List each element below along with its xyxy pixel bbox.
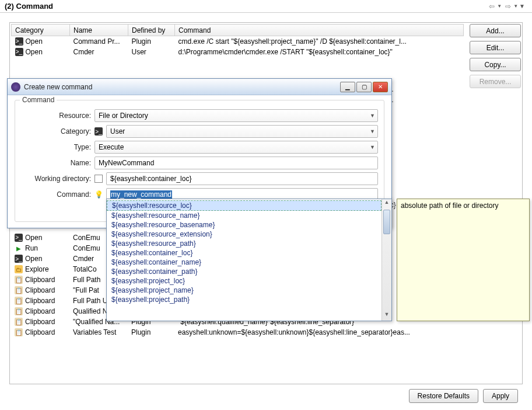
nav-forward-menu[interactable]: ▼ <box>513 4 518 9</box>
autocomplete-item[interactable]: ${easyshell:resource_basename} <box>107 220 382 230</box>
name-value: MyNewCommand <box>99 159 154 167</box>
cell-category: Open <box>26 48 43 56</box>
cell-category: Clipboard <box>25 297 55 305</box>
autocomplete-item[interactable]: ${easyshell:container_name} <box>107 258 382 267</box>
cell-category: Run <box>25 244 38 252</box>
run-icon: ▶ <box>15 244 23 252</box>
cell-name: Variables Test <box>69 327 128 338</box>
clip-icon: 📋 <box>15 328 23 336</box>
category-combo[interactable]: User▼ <box>106 125 378 138</box>
terminal-icon: >_ <box>15 255 23 263</box>
add-button[interactable]: Add... <box>470 24 521 37</box>
autocomplete-scrollbar[interactable]: ▲ ▼ <box>382 199 391 321</box>
table-row[interactable]: >_OpenCommand Pr...Plugincmd.exe /C star… <box>12 36 464 47</box>
minimize-button[interactable]: ▁ <box>340 82 355 92</box>
autocomplete-item[interactable]: ${easyshell:resource_extension} <box>107 230 382 239</box>
cell-defined: Plugin <box>128 327 174 338</box>
cell-command: easyshell:unknown=${easyshell:unknown}${… <box>174 327 464 338</box>
command-value: my_new_command <box>110 190 172 199</box>
chevron-down-icon: ▼ <box>370 113 375 119</box>
terminal-icon: >_ <box>15 37 23 46</box>
nav-back-menu[interactable]: ▼ <box>497 4 502 9</box>
autocomplete-item[interactable]: ${easyshell:project_loc} <box>107 276 382 286</box>
chevron-down-icon: ▼ <box>370 144 375 150</box>
clip-icon: 📋 <box>15 297 23 305</box>
scroll-down-icon[interactable]: ▼ <box>382 311 391 321</box>
name-input[interactable]: MyNewCommand <box>94 157 378 169</box>
view-menu-icon[interactable]: ▼ <box>519 3 525 9</box>
category-value: User <box>110 127 125 135</box>
nav-forward-icon[interactable]: ⇨ <box>505 2 513 11</box>
cell-category: Open <box>25 234 42 242</box>
workdir-label: Working directory: <box>21 175 91 183</box>
type-combo[interactable]: Execute▼ <box>94 141 378 154</box>
category-icon: >_ <box>94 127 103 135</box>
name-label: Name: <box>21 159 91 167</box>
workdir-value: ${easyshell:container_loc} <box>110 175 191 183</box>
edit-button[interactable]: Edit... <box>470 41 521 54</box>
chevron-down-icon: ▼ <box>370 128 375 134</box>
table-row[interactable]: 📋ClipboardVariables TestPlugineasyshell:… <box>11 327 464 338</box>
type-label: Type: <box>21 143 91 151</box>
cell-category: Clipboard <box>25 307 55 315</box>
resource-value: File or Directory <box>99 112 148 120</box>
nav-back-icon[interactable]: ⇦ <box>489 2 497 11</box>
table-row[interactable]: >_OpenCmderUserd:\Programme\cmder\cmder.… <box>12 47 464 57</box>
workdir-checkbox[interactable] <box>94 175 103 183</box>
resource-combo[interactable]: File or Directory▼ <box>94 109 378 122</box>
cell-name: Cmder <box>70 47 128 57</box>
autocomplete-item[interactable]: ${easyshell:container_loc} <box>107 248 382 258</box>
workdir-input[interactable]: ${easyshell:container_loc} <box>106 172 378 185</box>
tooltip-text: absolute path of file or directory <box>401 201 498 210</box>
autocomplete-item[interactable]: ${easyshell:project_path} <box>107 295 382 304</box>
page-titlebar: (2) Command ⇦▼ ⇨▼ ▼ <box>0 0 532 13</box>
autocomplete-list[interactable]: ${easyshell:resource_loc}${easyshell:res… <box>107 199 382 321</box>
close-button[interactable]: ✕ <box>373 82 388 92</box>
col-category[interactable]: Category <box>12 25 70 36</box>
dialog-app-icon <box>11 82 20 92</box>
bottom-buttons: Restore Defaults Apply <box>409 389 518 403</box>
autocomplete-item[interactable]: ${easyshell:resource_loc} <box>107 200 382 211</box>
table-header-row: Category Name Defined by Command <box>12 25 464 36</box>
remove-button: Remove... <box>470 75 521 88</box>
autocomplete-item[interactable]: ${easyshell:resource_name} <box>107 211 382 220</box>
clip-icon: 📋 <box>15 318 23 326</box>
cell-category: Clipboard <box>25 318 55 326</box>
apply-button[interactable]: Apply <box>483 389 518 403</box>
commands-table: Category Name Defined by Command >_OpenC… <box>11 24 464 57</box>
cell-category: Clipboard <box>25 328 55 336</box>
page-title: (2) Command <box>5 2 53 11</box>
lightbulb-icon: 💡 <box>94 190 103 199</box>
resource-label: Resource: <box>21 112 91 120</box>
cell-command: d:\Programme\cmder\cmder.exe /START "${e… <box>175 47 464 57</box>
scroll-thumb[interactable] <box>383 210 390 234</box>
autocomplete-item[interactable]: ${easyshell:project_name} <box>107 286 382 295</box>
autocomplete-tooltip: absolute path of file or directory <box>397 199 530 321</box>
cell-defined: User <box>128 47 175 57</box>
maximize-button[interactable]: ▢ <box>356 82 372 92</box>
autocomplete-item[interactable]: ${easyshell:container_path} <box>107 267 382 276</box>
cell-command: cmd.exe /C start "${easyshell:project_na… <box>175 36 464 47</box>
cell-category: Open <box>26 37 43 46</box>
cell-category: Clipboard <box>25 286 55 294</box>
type-value: Execute <box>99 143 124 151</box>
terminal-icon: >_ <box>15 234 23 242</box>
copy-button[interactable]: Copy... <box>470 58 521 71</box>
cell-name: Command Pr... <box>70 36 128 47</box>
cell-category: Clipboard <box>25 276 55 284</box>
col-command[interactable]: Command <box>175 25 464 36</box>
autocomplete-item[interactable]: ${easyshell:resource_path} <box>107 239 382 248</box>
cell-category: Explore <box>25 265 49 273</box>
restore-defaults-button[interactable]: Restore Defaults <box>409 389 478 403</box>
category-label: Category: <box>21 127 91 135</box>
command-label: Command: <box>21 190 91 199</box>
dialog-titlebar[interactable]: Create new command ▁ ▢ ✕ <box>8 79 391 95</box>
col-defined[interactable]: Defined by <box>128 25 175 36</box>
autocomplete-popup: ${easyshell:resource_loc}${easyshell:res… <box>106 199 392 321</box>
col-name[interactable]: Name <box>70 25 128 36</box>
folder-icon: 🗀 <box>15 265 23 273</box>
terminal-icon: >_ <box>15 48 23 56</box>
scroll-up-icon[interactable]: ▲ <box>382 199 391 209</box>
dialog-title: Create new command <box>24 83 92 91</box>
clip-icon: 📋 <box>15 307 23 315</box>
